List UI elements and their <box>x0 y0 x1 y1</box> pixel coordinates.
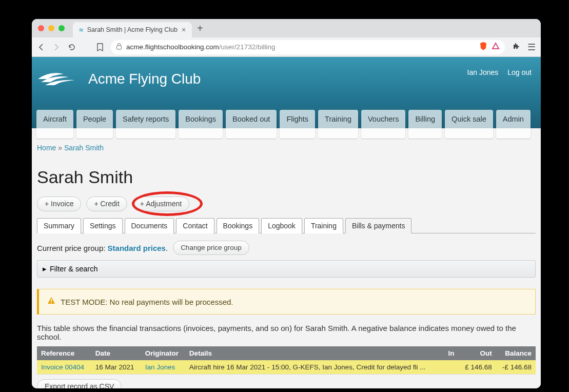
svg-rect-3 <box>51 299 52 302</box>
window-maximize-button[interactable] <box>58 25 65 31</box>
svg-rect-4 <box>51 302 52 303</box>
test-mode-notice: TEST MODE: No real payments will be proc… <box>37 289 536 315</box>
subtab-logbook[interactable]: Logbook <box>261 218 302 233</box>
action-buttons-row: + Invoice + Credit + Adjustment <box>37 197 536 211</box>
nav-quick-sale[interactable]: Quick sale <box>445 110 493 139</box>
site-title: Acme Flying Club <box>88 71 201 87</box>
brave-shield-icon[interactable] <box>479 42 487 53</box>
window-controls <box>38 25 65 31</box>
transactions-table: ReferenceDateOriginatorDetailsInOutBalan… <box>37 346 536 375</box>
browser-tabbar: ≈ Sarah Smith | Acme Flying Club × + <box>32 19 541 37</box>
price-group-row: Current price group: Standard prices. Ch… <box>37 241 536 255</box>
svg-marker-1 <box>493 43 499 49</box>
extensions-icon[interactable] <box>512 42 520 52</box>
svg-rect-0 <box>117 46 122 49</box>
favicon-icon: ≈ <box>79 26 83 34</box>
window-close-button[interactable] <box>38 25 44 31</box>
nav-flights[interactable]: Flights <box>280 110 315 139</box>
window-minimize-button[interactable] <box>48 25 54 31</box>
nav-admin[interactable]: Admin <box>496 110 531 139</box>
subtab-summary[interactable]: Summary <box>37 218 81 233</box>
export-csv-button[interactable]: Export record as CSV <box>37 379 122 388</box>
breadcrumb: Home » Sarah Smith <box>37 144 536 152</box>
price-group-link[interactable]: Standard prices <box>108 244 166 252</box>
nav-people[interactable]: People <box>76 110 113 139</box>
user-subtabs: SummarySettingsDocumentsContactBookingsL… <box>37 218 536 233</box>
nav-vouchers[interactable]: Vouchers <box>361 110 405 139</box>
originator-link[interactable]: Ian Jones <box>145 363 175 371</box>
main-nav: AircraftPeopleSafety reportsBookingsBook… <box>36 110 531 139</box>
table-row: Invoice 0040416 Mar 2021Ian JonesAircraf… <box>37 360 536 375</box>
subtab-bills-payments[interactable]: Bills & payments <box>345 218 411 233</box>
disclosure-triangle-icon: ▸ <box>43 265 47 273</box>
invoice-link[interactable]: Invoice 00404 <box>41 363 84 371</box>
page-title: Sarah Smith <box>37 167 536 187</box>
change-price-group-button[interactable]: Change price group <box>173 241 249 255</box>
bookmark-button[interactable] <box>96 43 104 51</box>
breadcrumb-current[interactable]: Sarah Smith <box>64 144 104 152</box>
table-description: This table shows the financial transacti… <box>37 324 536 341</box>
site-logo-icon <box>38 70 78 88</box>
th-details: Details <box>185 346 444 360</box>
subtab-training[interactable]: Training <box>304 218 343 233</box>
tab-title: Sarah Smith | Acme Flying Club <box>87 26 178 33</box>
breadcrumb-home[interactable]: Home <box>37 144 56 152</box>
subtab-bookings[interactable]: Bookings <box>217 218 260 233</box>
subtab-contact[interactable]: Contact <box>176 218 214 233</box>
subtab-settings[interactable]: Settings <box>83 218 123 233</box>
subtab-documents[interactable]: Documents <box>125 218 174 233</box>
nav-training[interactable]: Training <box>318 110 358 139</box>
nav-booked-out[interactable]: Booked out <box>226 110 277 139</box>
forward-button <box>52 43 61 51</box>
back-button[interactable] <box>37 43 45 51</box>
nav-bookings[interactable]: Bookings <box>179 110 223 139</box>
browser-window: ≈ Sarah Smith | Acme Flying Club × + acm… <box>32 19 541 388</box>
logout-link[interactable]: Log out <box>507 68 532 76</box>
site-header: Acme Flying Club Ian Jones Log out Aircr… <box>32 57 541 128</box>
th-balance: Balance <box>496 346 536 360</box>
filter-search-toggle[interactable]: ▸ Filter & search <box>37 260 536 278</box>
browser-tab[interactable]: ≈ Sarah Smith | Acme Flying Club × <box>73 22 192 37</box>
th-date: Date <box>91 346 141 360</box>
new-tab-button[interactable]: + <box>197 23 203 34</box>
tab-close-button[interactable]: × <box>182 26 186 34</box>
reload-button[interactable] <box>68 43 76 51</box>
nav-aircraft[interactable]: Aircraft <box>36 110 73 139</box>
th-out: Out <box>459 346 496 360</box>
th-in: In <box>444 346 459 360</box>
add-credit-button[interactable]: + Credit <box>86 197 127 211</box>
add-invoice-button[interactable]: + Invoice <box>37 197 81 211</box>
current-user-link[interactable]: Ian Jones <box>467 68 499 76</box>
url-bar[interactable]: acme.flightschoolbooking.com/user/21732/… <box>111 40 505 54</box>
lock-icon <box>116 43 122 51</box>
nav-safety-reports[interactable]: Safety reports <box>116 110 175 139</box>
add-adjustment-button[interactable]: + Adjustment <box>132 197 189 211</box>
url-text: acme.flightschoolbooking.com/user/21732/… <box>126 43 275 51</box>
th-reference: Reference <box>37 346 91 360</box>
browser-toolbar: acme.flightschoolbooking.com/user/21732/… <box>32 37 541 57</box>
warning-icon <box>47 297 55 307</box>
browser-menu-button[interactable]: ☰ <box>527 42 536 53</box>
page: Acme Flying Club Ian Jones Log out Aircr… <box>32 57 541 388</box>
th-originator: Originator <box>141 346 185 360</box>
brave-rewards-icon[interactable] <box>492 42 500 52</box>
nav-billing[interactable]: Billing <box>408 110 442 139</box>
